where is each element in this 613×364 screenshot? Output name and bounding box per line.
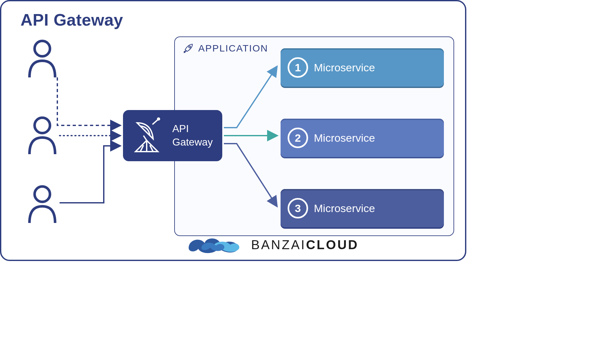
microservice-number: 1 (288, 57, 308, 78)
svg-point-3 (189, 46, 191, 48)
microservice-label: Microservice (314, 132, 375, 144)
microservice-number: 2 (288, 128, 308, 148)
user-icon (26, 40, 58, 78)
application-header-text: APPLICATION (198, 43, 268, 54)
user-icon (26, 185, 58, 224)
svg-point-0 (35, 41, 50, 56)
application-header: APPLICATION (183, 43, 268, 54)
api-gateway-node: API Gateway (123, 110, 222, 161)
arrow-user3-gateway (60, 146, 120, 203)
svg-point-1 (35, 118, 50, 133)
microservice-label: Microservice (314, 202, 375, 215)
satellite-dish-icon (127, 116, 166, 155)
user-icon (26, 116, 58, 155)
arrow-user1-gateway (57, 77, 120, 125)
microservice-1: 1 Microservice (281, 48, 444, 87)
api-gateway-label: API Gateway (172, 122, 213, 149)
microservice-number: 3 (288, 198, 308, 218)
microservice-3: 3 Microservice (281, 189, 444, 227)
diagram-canvas: API Gateway APPLICATION 1 Microservice 2… (0, 0, 466, 261)
microservice-2: 2 Microservice (281, 119, 444, 157)
svg-line-7 (152, 120, 158, 124)
brand-text: BANZAICLOUD (251, 238, 359, 252)
svg-point-2 (35, 186, 50, 202)
diagram-title: API Gateway (20, 10, 123, 29)
svg-point-8 (158, 118, 159, 120)
brand-logo: BANZAICLOUD (187, 233, 359, 256)
microservice-label: Microservice (314, 61, 375, 74)
rocket-icon (183, 43, 194, 54)
brand-logo-icon (187, 233, 241, 256)
